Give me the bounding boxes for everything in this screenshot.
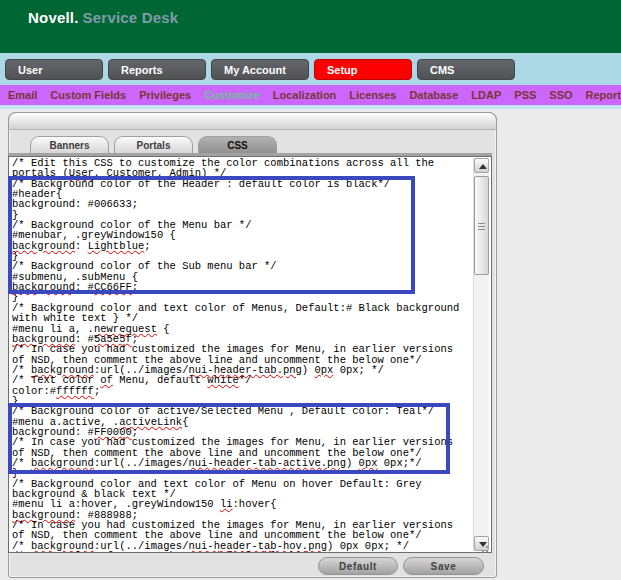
brand-dot: .: [74, 9, 78, 26]
menu-tab-my-account[interactable]: My Account: [211, 59, 309, 80]
submenu-item-licenses[interactable]: Licenses: [349, 89, 396, 101]
grip-icon: [478, 223, 485, 230]
menu-tab-user[interactable]: User: [5, 59, 103, 80]
submenu-item-localization[interactable]: Localization: [273, 89, 337, 101]
brand-novell: Novell: [28, 9, 74, 26]
submenu-item-custom-fields[interactable]: Custom Fields: [50, 89, 126, 101]
submenu-item-database[interactable]: Database: [409, 89, 458, 101]
panel-top-bar: [8, 112, 497, 130]
code-line: background: Lightblue;: [12, 241, 470, 251]
tab-css[interactable]: CSS: [198, 136, 277, 154]
submenu-bottom-edge: [0, 105, 621, 109]
menu-tab-reports[interactable]: Reports: [108, 59, 206, 80]
submenu-item-ldap[interactable]: LDAP: [471, 89, 501, 101]
editor-scrollbar[interactable]: [473, 158, 489, 551]
code-line: color:#ffffff;: [12, 386, 470, 396]
save-button[interactable]: Save: [403, 557, 484, 575]
code-line: background: #CC66FF;: [12, 282, 470, 292]
menu-tab-setup[interactable]: Setup: [314, 59, 412, 80]
scroll-thumb[interactable]: [474, 176, 489, 275]
code-line: /* In case you had customized the images…: [12, 344, 470, 354]
submenu-item-email[interactable]: Email: [8, 89, 37, 101]
resize-grip-icon[interactable]: [478, 546, 480, 548]
submenu-item-reports[interactable]: Reports: [586, 89, 621, 101]
scroll-down-button[interactable]: [474, 536, 489, 551]
tab-banners[interactable]: Banners: [30, 136, 109, 154]
code-line: with white text } */: [12, 313, 470, 323]
code-line: /* background:url(../images/nui-header-t…: [12, 458, 470, 468]
code-line: background: #006633;: [12, 199, 470, 209]
submenu-item-privileges[interactable]: Privileges: [139, 89, 191, 101]
brand-product: Service Desk: [83, 9, 179, 26]
css-code: /* Edit this CSS to customize the color …: [12, 158, 470, 553]
sub-menu-bar: EmailCustom FieldsPrivilegesCustomizeLoc…: [0, 85, 621, 105]
app-header: Novell.Service Desk: [0, 0, 621, 53]
submenu-item-customize[interactable]: Customize: [204, 89, 260, 101]
tab-portals[interactable]: Portals: [114, 136, 193, 154]
submenu-item-pss[interactable]: PSS: [514, 89, 536, 101]
default-button[interactable]: Default: [318, 557, 398, 575]
css-editor[interactable]: /* Edit this CSS to customize the color …: [8, 156, 492, 553]
submenu-item-sso[interactable]: SSO: [549, 89, 572, 101]
scroll-up-button[interactable]: [474, 158, 489, 173]
menu-tab-cms[interactable]: CMS: [417, 59, 515, 80]
main-menu-bar: UserReportsMy AccountSetupCMS: [0, 53, 621, 85]
triangle-up-icon: [479, 164, 487, 169]
app-logo: Novell.Service Desk: [28, 9, 178, 26]
code-line: /* Background color of the Header : defa…: [12, 179, 470, 189]
